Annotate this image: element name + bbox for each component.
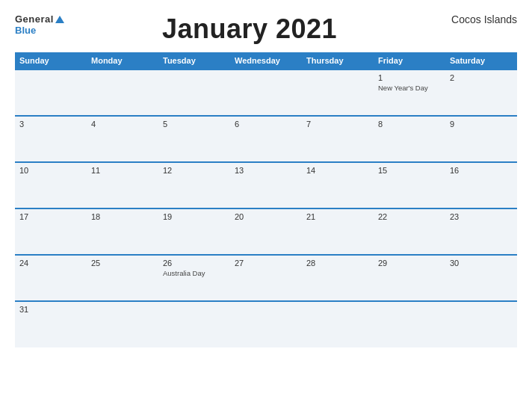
calendar-cell: 15 bbox=[374, 162, 445, 208]
day-number: 14 bbox=[306, 166, 369, 175]
header-thursday: Thursday bbox=[302, 52, 374, 69]
header-saturday: Saturday bbox=[445, 52, 517, 69]
logo-triangle-icon bbox=[55, 16, 64, 23]
header-sunday: Sunday bbox=[15, 52, 87, 69]
day-number: 16 bbox=[450, 166, 513, 175]
calendar-cell: 6 bbox=[230, 116, 302, 162]
day-number: 8 bbox=[378, 120, 441, 129]
calendar-week-row: 10111213141516 bbox=[15, 162, 517, 208]
calendar-cell: 29 bbox=[374, 255, 445, 301]
calendar-cell bbox=[87, 69, 158, 116]
header-monday: Monday bbox=[87, 52, 158, 69]
day-number: 1 bbox=[378, 73, 441, 82]
calendar-week-row: 242526Australia Day27282930 bbox=[15, 255, 517, 301]
calendar-cell: 28 bbox=[302, 255, 374, 301]
calendar-cell: 21 bbox=[302, 208, 374, 255]
day-number: 18 bbox=[91, 212, 154, 221]
calendar-cell: 20 bbox=[230, 208, 302, 255]
calendar-cell: 16 bbox=[445, 162, 517, 208]
calendar-cell bbox=[87, 301, 158, 347]
region-label: Cocos Islands bbox=[435, 13, 517, 25]
month-title: January 2021 bbox=[64, 13, 435, 45]
day-number: 17 bbox=[19, 212, 82, 221]
calendar-week-row: 1New Year's Day2 bbox=[15, 69, 517, 116]
day-number: 23 bbox=[450, 212, 513, 221]
calendar-week-row: 31 bbox=[15, 301, 517, 347]
calendar-table: Sunday Monday Tuesday Wednesday Thursday… bbox=[15, 52, 517, 347]
header-tuesday: Tuesday bbox=[158, 52, 230, 69]
day-number: 22 bbox=[378, 212, 441, 221]
day-number: 7 bbox=[306, 120, 369, 129]
day-number: 12 bbox=[163, 166, 226, 175]
calendar-cell: 14 bbox=[302, 162, 374, 208]
calendar-cell: 13 bbox=[230, 162, 302, 208]
calendar-cell bbox=[15, 69, 87, 116]
header-wednesday: Wednesday bbox=[230, 52, 302, 69]
calendar-cell bbox=[302, 69, 374, 116]
day-number: 19 bbox=[163, 212, 226, 221]
calendar-cell: 26Australia Day bbox=[158, 255, 230, 301]
day-number: 28 bbox=[306, 259, 369, 268]
calendar-cell: 25 bbox=[87, 255, 158, 301]
day-number: 29 bbox=[378, 259, 441, 268]
day-number: 10 bbox=[19, 166, 82, 175]
day-number: 27 bbox=[235, 259, 297, 268]
day-number: 6 bbox=[235, 120, 297, 129]
calendar-cell: 19 bbox=[158, 208, 230, 255]
day-number: 20 bbox=[235, 212, 297, 221]
calendar-cell: 17 bbox=[15, 208, 87, 255]
calendar-cell: 8 bbox=[374, 116, 445, 162]
calendar-cell bbox=[445, 301, 517, 347]
day-number: 13 bbox=[235, 166, 297, 175]
calendar-cell: 30 bbox=[445, 255, 517, 301]
calendar-cell bbox=[302, 301, 374, 347]
calendar-cell: 18 bbox=[87, 208, 158, 255]
day-number: 31 bbox=[19, 305, 82, 314]
day-number: 21 bbox=[306, 212, 369, 221]
calendar-cell bbox=[158, 69, 230, 116]
calendar-cell: 11 bbox=[87, 162, 158, 208]
calendar-cell bbox=[230, 69, 302, 116]
calendar-cell: 23 bbox=[445, 208, 517, 255]
calendar-week-row: 3456789 bbox=[15, 116, 517, 162]
calendar-cell: 9 bbox=[445, 116, 517, 162]
day-number: 25 bbox=[91, 259, 154, 268]
day-number: 3 bbox=[19, 120, 82, 129]
calendar-cell bbox=[230, 301, 302, 347]
calendar-cell: 27 bbox=[230, 255, 302, 301]
calendar-cell: 31 bbox=[15, 301, 87, 347]
calendar-cell: 7 bbox=[302, 116, 374, 162]
calendar-cell: 2 bbox=[445, 69, 517, 116]
day-number: 15 bbox=[378, 166, 441, 175]
day-number: 26 bbox=[163, 259, 226, 268]
calendar-cell: 3 bbox=[15, 116, 87, 162]
calendar-cell: 4 bbox=[87, 116, 158, 162]
day-number: 2 bbox=[450, 73, 513, 82]
day-number: 5 bbox=[163, 120, 226, 129]
logo-general-text: General bbox=[15, 13, 54, 25]
calendar-cell: 24 bbox=[15, 255, 87, 301]
header-friday: Friday bbox=[374, 52, 445, 69]
day-number: 9 bbox=[450, 120, 513, 129]
calendar-cell: 1New Year's Day bbox=[374, 69, 445, 116]
calendar-cell: 12 bbox=[158, 162, 230, 208]
day-event: Australia Day bbox=[163, 269, 226, 277]
day-event: New Year's Day bbox=[378, 84, 441, 92]
logo: General Blue bbox=[15, 13, 64, 36]
calendar-cell: 5 bbox=[158, 116, 230, 162]
calendar-cell bbox=[158, 301, 230, 347]
calendar-page: General Blue January 2021 Cocos Islands … bbox=[0, 0, 532, 411]
header: General Blue January 2021 Cocos Islands bbox=[15, 13, 517, 45]
day-number: 4 bbox=[91, 120, 154, 129]
day-number: 24 bbox=[19, 259, 82, 268]
logo-blue-text: Blue bbox=[15, 25, 36, 36]
calendar-cell bbox=[374, 301, 445, 347]
calendar-week-row: 17181920212223 bbox=[15, 208, 517, 255]
calendar-cell: 10 bbox=[15, 162, 87, 208]
day-number: 30 bbox=[450, 259, 513, 268]
day-number: 11 bbox=[91, 166, 154, 175]
calendar-cell: 22 bbox=[374, 208, 445, 255]
weekday-header-row: Sunday Monday Tuesday Wednesday Thursday… bbox=[15, 52, 517, 69]
